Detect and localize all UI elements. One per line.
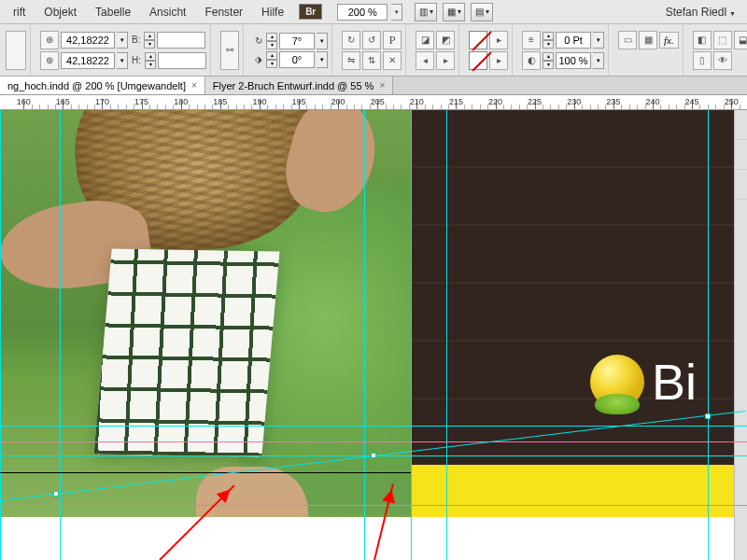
stroke-arrow-icon[interactable]: ▸ bbox=[489, 51, 508, 70]
guide-horizontal[interactable] bbox=[0, 426, 747, 427]
guide-vertical[interactable] bbox=[411, 110, 412, 560]
yellow-stripe bbox=[411, 465, 747, 517]
pasteboard bbox=[0, 517, 747, 560]
document-canvas[interactable]: Bi bbox=[0, 110, 747, 560]
stroke-dropdown[interactable]: ▾ bbox=[593, 32, 604, 49]
horizontal-ruler[interactable]: 1601651701751801851901952002052102152202… bbox=[0, 95, 747, 110]
paragraph-icon[interactable]: P bbox=[383, 31, 402, 49]
rotate-input[interactable] bbox=[279, 33, 315, 49]
menubar: rift Objekt Tabelle Ansicht Fenster Hilf… bbox=[0, 0, 747, 24]
fill-arrow-icon[interactable]: ▸ bbox=[489, 31, 508, 49]
logo-text: Bi bbox=[652, 353, 697, 411]
fx-button[interactable]: fx. bbox=[659, 32, 679, 49]
user-menu[interactable]: Stefan Riedl▼ bbox=[666, 6, 736, 19]
reference-point-icon[interactable] bbox=[6, 31, 26, 70]
wrap-btn5[interactable]: 👁 bbox=[713, 51, 732, 70]
wrap-btn4[interactable]: ▯ bbox=[693, 51, 712, 70]
tab-2-close-icon[interactable]: × bbox=[379, 80, 385, 91]
opacity-stepper[interactable]: ▴▾ bbox=[543, 52, 554, 69]
flip-v-icon[interactable]: ⇅ bbox=[362, 51, 381, 70]
opacity-icon: ◐ bbox=[522, 51, 541, 70]
rotate-dropdown[interactable]: ▾ bbox=[317, 33, 328, 49]
h-stepper[interactable]: ▴▾ bbox=[145, 52, 156, 69]
select-container-icon[interactable]: ◪ bbox=[416, 31, 434, 49]
stroke-weight-icon: ≡ bbox=[522, 31, 541, 49]
y-input[interactable] bbox=[61, 52, 115, 69]
selection-handle[interactable] bbox=[705, 413, 711, 419]
stroke-swatch-none-icon[interactable] bbox=[469, 51, 487, 70]
select-prev-icon[interactable]: ◂ bbox=[416, 51, 434, 70]
selection-handle[interactable] bbox=[53, 491, 59, 497]
menu-item-fenster[interactable]: Fenster bbox=[195, 3, 252, 21]
flip-h-icon[interactable]: ⇋ bbox=[342, 51, 360, 70]
guide-horizontal[interactable] bbox=[0, 505, 747, 506]
guide-vertical[interactable] bbox=[446, 110, 447, 560]
y-dropdown[interactable]: ▾ bbox=[117, 52, 128, 69]
constrain-link-icon[interactable]: ⚯ bbox=[220, 31, 239, 70]
menu-item-ansicht[interactable]: Ansicht bbox=[140, 3, 195, 21]
w-stepper[interactable]: ▴▾ bbox=[144, 32, 155, 49]
fill-swatch-none-icon[interactable] bbox=[469, 31, 487, 49]
x-icon: ⊕ bbox=[40, 31, 59, 49]
view-mode-2[interactable]: ▦▾ bbox=[443, 3, 465, 21]
tab-2-label: Flyer 2-Bruch Entwurf.indd @ 55 % bbox=[213, 80, 374, 91]
shear-input[interactable] bbox=[279, 51, 315, 68]
control-panel: ⊕ ▾ B: ▴▾ ⊕ ▾ H: ▴▾ ⚯ ↻ ▴▾ ▾ ⬗ ▴▾ ▾ ↻ bbox=[0, 24, 747, 77]
rotate-group: ↻ ▴▾ ▾ ⬗ ▴▾ ▾ bbox=[249, 24, 332, 76]
position-group: ⊕ ▾ B: ▴▾ ⊕ ▾ H: ▴▾ bbox=[36, 24, 211, 76]
effects-btn1[interactable]: ▭ bbox=[618, 31, 637, 49]
rotate-icon: ↻ bbox=[255, 35, 262, 46]
wrap-btn2[interactable]: ⬚ bbox=[713, 31, 732, 49]
view-mode-1[interactable]: ▥▾ bbox=[415, 3, 437, 21]
transform-icons-group: ↻ ↺ P ⇋ ⇅ ✕ bbox=[338, 24, 406, 76]
bridge-icon[interactable]: Br bbox=[299, 4, 322, 20]
guide-vertical[interactable] bbox=[708, 110, 709, 560]
rotate-ccw-icon[interactable]: ↺ bbox=[362, 31, 381, 49]
menu-item-schrift[interactable]: rift bbox=[4, 3, 35, 21]
document-tabs: ng_hoch.indd @ 200 % [Umgewandelt] × Fly… bbox=[0, 77, 747, 95]
wrap-group: ◧ ⬚ ⬓ ▯ 👁 bbox=[689, 24, 747, 76]
wrap-btn3[interactable]: ⬓ bbox=[734, 31, 747, 49]
y-icon: ⊕ bbox=[40, 51, 59, 70]
wrap-btn1[interactable]: ◧ bbox=[693, 31, 712, 49]
opacity-dropdown[interactable]: ▾ bbox=[593, 52, 604, 69]
stroke-stepper[interactable]: ▴▾ bbox=[543, 32, 554, 49]
rotate-cw-icon[interactable]: ↻ bbox=[342, 31, 360, 49]
tab-2[interactable]: Flyer 2-Bruch Entwurf.indd @ 55 % × bbox=[205, 77, 393, 94]
w-input[interactable] bbox=[157, 32, 205, 49]
select-next-icon[interactable]: ▸ bbox=[436, 51, 455, 70]
panel-dock[interactable] bbox=[734, 110, 747, 560]
selection-handle[interactable] bbox=[371, 453, 376, 458]
opacity-input[interactable] bbox=[556, 52, 591, 69]
view-mode-3[interactable]: ▤▾ bbox=[471, 3, 493, 21]
h-label: H: bbox=[132, 55, 141, 65]
select-content-icon[interactable]: ◩ bbox=[436, 31, 455, 49]
fill-stroke-group: ▸ ▸ bbox=[465, 24, 513, 76]
guide-vertical[interactable] bbox=[364, 110, 365, 560]
shear-dropdown[interactable]: ▾ bbox=[317, 51, 328, 68]
zoom-input[interactable] bbox=[337, 4, 388, 21]
tab-1-label: ng_hoch.indd @ 200 % [Umgewandelt] bbox=[7, 80, 186, 91]
tab-1[interactable]: ng_hoch.indd @ 200 % [Umgewandelt] × bbox=[0, 77, 205, 94]
stroke-group: ≡ ▴▾ ▾ ◐ ▴▾ ▾ bbox=[518, 24, 609, 76]
reference-point-group bbox=[2, 24, 31, 76]
shear-stepper[interactable]: ▴▾ bbox=[266, 51, 277, 68]
x-input[interactable] bbox=[61, 32, 115, 49]
guide-horizontal[interactable] bbox=[0, 441, 747, 442]
menu-item-objekt[interactable]: Objekt bbox=[35, 3, 86, 21]
rotate-stepper[interactable]: ▴▾ bbox=[266, 33, 277, 49]
zoom-dropdown-icon[interactable]: ▾ bbox=[391, 4, 402, 21]
clear-transform-icon[interactable]: ✕ bbox=[383, 51, 402, 70]
tab-1-close-icon[interactable]: × bbox=[191, 80, 197, 91]
effects-btn2[interactable]: ▦ bbox=[639, 31, 657, 49]
h-input[interactable] bbox=[158, 52, 206, 69]
menu-item-hilfe[interactable]: Hilfe bbox=[252, 3, 293, 21]
menu-item-tabelle[interactable]: Tabelle bbox=[86, 3, 140, 21]
logo-sun-icon bbox=[590, 355, 644, 409]
wood-background bbox=[411, 110, 747, 465]
select-group: ◪ ◩ ◂ ▸ bbox=[412, 24, 459, 76]
x-dropdown[interactable]: ▾ bbox=[117, 32, 128, 49]
logo: Bi bbox=[590, 353, 697, 411]
stroke-input[interactable] bbox=[556, 32, 591, 49]
guide-vertical[interactable] bbox=[0, 110, 1, 560]
